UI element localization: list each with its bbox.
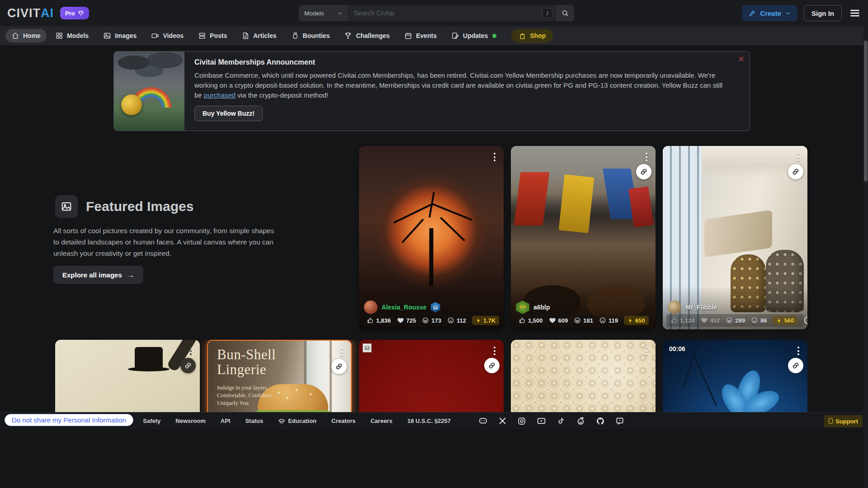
explore-all-images-button[interactable]: Explore all images → — [53, 266, 143, 284]
lightning-icon — [476, 318, 481, 324]
posts-icon — [198, 32, 206, 40]
sign-in-button[interactable]: Sign In — [804, 5, 842, 21]
card-menu-dots[interactable] — [796, 151, 801, 163]
cry-reaction[interactable]: 86 — [751, 317, 767, 324]
main-nav: Home Models Images Videos Posts Articles… — [0, 26, 868, 45]
card-author[interactable]: a6blp — [516, 300, 550, 314]
heart-reaction[interactable]: 609 — [549, 317, 568, 324]
laugh-reaction[interactable]: 181 — [574, 317, 593, 324]
info-button[interactable] — [655, 316, 656, 325]
image-card-lobby-daleks[interactable]: Mr_Flibble 1,124 452 289 86 560 — [663, 146, 807, 329]
laugh-reaction[interactable]: 289 — [726, 317, 745, 324]
laugh-reaction[interactable]: 173 — [422, 317, 441, 324]
footer-link-api[interactable]: API — [221, 418, 231, 424]
card-menu-dots[interactable] — [644, 151, 649, 163]
menu-burger-button[interactable] — [849, 7, 861, 19]
copy-link-button[interactable] — [788, 358, 803, 373]
buy-yellow-buzz-button[interactable]: Buy Yellow Buzz! — [194, 106, 263, 121]
do-not-share-info-pill[interactable]: Do not share my Personal Information — [5, 414, 133, 426]
heart-reaction[interactable]: 452 — [701, 317, 720, 324]
nav-item-challenges[interactable]: Challenges — [338, 29, 396, 42]
instagram-icon[interactable] — [517, 417, 526, 426]
support-button[interactable]: Support — [824, 415, 863, 427]
create-button[interactable]: Create — [742, 5, 797, 21]
pro-badge[interactable]: Pro — [60, 7, 89, 19]
nav-item-updates[interactable]: Updates — [445, 29, 502, 42]
footer-link-status[interactable]: Status — [245, 418, 263, 424]
card-menu-dots[interactable] — [644, 345, 649, 357]
discord-icon[interactable] — [478, 416, 488, 426]
like-reaction[interactable]: 1,500 — [519, 317, 543, 324]
copy-link-button[interactable] — [484, 358, 500, 373]
nav-item-home[interactable]: Home — [5, 29, 47, 42]
nav-item-posts[interactable]: Posts — [192, 29, 233, 42]
card-menu-dots[interactable] — [340, 346, 344, 357]
tiktok-icon[interactable] — [557, 417, 566, 426]
footer-link-education[interactable]: Education — [278, 418, 316, 425]
heart-icon — [701, 317, 708, 324]
nav-item-images[interactable]: Images — [97, 29, 142, 42]
like-reaction[interactable]: 1,836 — [367, 317, 391, 324]
footer-link-2257[interactable]: 18 U.S.C. §2257 — [407, 418, 451, 424]
nav-item-articles[interactable]: Articles — [236, 29, 282, 42]
cry-reaction[interactable]: 112 — [447, 317, 466, 324]
card-author[interactable]: Alexia_Rousse — [364, 300, 440, 314]
video-card-blue-flower[interactable]: 00:06 — [663, 340, 807, 412]
close-banner-button[interactable] — [737, 55, 745, 63]
cry-reaction[interactable]: 119 — [599, 317, 618, 324]
buzz-tip-chip[interactable]: 650 — [624, 316, 649, 325]
x-icon[interactable] — [498, 417, 507, 425]
card-menu-dots[interactable] — [492, 345, 497, 357]
buzz-tip-chip[interactable]: 1.7K — [472, 316, 499, 325]
card-menu-dots[interactable] — [796, 345, 801, 357]
copy-link-button[interactable] — [180, 358, 196, 373]
twitch-icon[interactable] — [615, 417, 624, 426]
nav-item-bounties[interactable]: Bounties — [285, 29, 336, 42]
announcement-title: Civitai Memberships Announcment — [194, 58, 740, 66]
youtube-icon[interactable] — [537, 416, 546, 426]
bunshell-tagline-line: Indulge in your layers. — [217, 384, 273, 392]
image-card-frog[interactable] — [55, 340, 200, 412]
copy-link-button[interactable] — [788, 164, 803, 179]
top-bar: CIVITAI Pro Models / Create Sign In — [0, 0, 868, 26]
card-menu-dots[interactable] — [492, 151, 497, 163]
sad-face-icon — [599, 317, 606, 324]
card-author[interactable]: Mr_Flibble — [668, 300, 717, 314]
github-icon[interactable] — [596, 417, 605, 426]
nav-label: Shop — [530, 32, 546, 39]
search-input[interactable] — [349, 5, 542, 21]
footer-link-newsroom[interactable]: Newsroom — [175, 418, 205, 424]
card-menu-dots[interactable] — [189, 345, 193, 357]
image-card-tree-moon[interactable]: Alexia_Rousse 1,836 725 173 112 1.7K — [359, 146, 504, 329]
explore-button-label: Explore all images — [62, 271, 122, 279]
brush-icon — [748, 9, 756, 17]
search-category-select[interactable]: Models — [299, 5, 349, 21]
grid-icon — [55, 32, 63, 40]
nav-item-videos[interactable]: Videos — [145, 29, 189, 42]
search-button[interactable] — [555, 5, 574, 21]
avatar — [364, 300, 377, 314]
like-reaction[interactable]: 1,124 — [670, 317, 695, 324]
footer-link-careers[interactable]: Careers — [370, 418, 392, 424]
reddit-icon[interactable] — [576, 416, 585, 426]
image-card-bunshell[interactable]: Bun-Shell Lingerie Indulge in your layer… — [207, 340, 352, 412]
page-scrollbar-thumb[interactable] — [864, 41, 868, 182]
footer-link-safety[interactable]: Safety — [143, 418, 160, 424]
heart-reaction[interactable]: 725 — [397, 317, 416, 324]
tree-branch-art — [440, 217, 465, 241]
civitai-logo[interactable]: CIVITAI — [7, 6, 54, 20]
info-button[interactable] — [803, 316, 807, 325]
purchased-link[interactable]: purchased — [204, 91, 236, 99]
copy-link-button[interactable] — [331, 359, 347, 374]
image-card-red[interactable] — [359, 340, 504, 412]
buzz-tip-chip[interactable]: 560 — [773, 316, 797, 325]
footer-link-creators[interactable]: Creators — [331, 418, 355, 424]
nav-item-models[interactable]: Models — [49, 29, 94, 42]
nav-item-shop[interactable]: Shop — [511, 29, 553, 43]
image-card-knights[interactable]: a6blp 1,500 609 181 119 650 — [511, 146, 656, 329]
copy-link-button[interactable] — [636, 164, 651, 179]
support-button-label: Support — [835, 418, 858, 424]
username: Mr_Flibble — [685, 304, 717, 311]
image-card-lace[interactable] — [511, 340, 656, 412]
nav-item-events[interactable]: Events — [398, 29, 443, 42]
